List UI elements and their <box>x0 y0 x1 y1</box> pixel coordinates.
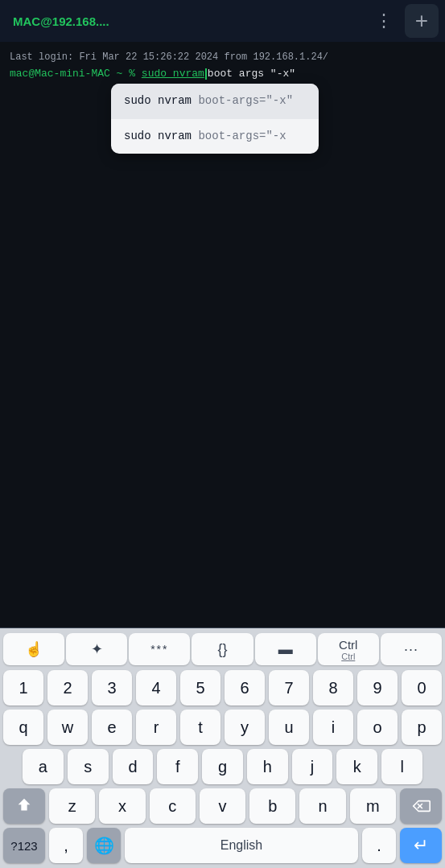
magic-key[interactable]: ✦ <box>66 633 127 665</box>
ctrl-label: Ctrl <box>339 638 357 652</box>
num-switch-label: ?123 <box>10 839 37 853</box>
key-1[interactable]: 1 <box>3 670 43 706</box>
key-w[interactable]: w <box>47 710 88 745</box>
ellipsis-vertical-icon: ⋮ <box>375 10 393 31</box>
return-key[interactable]: ↵ <box>400 828 442 863</box>
more-icon: ··· <box>404 641 418 658</box>
touch-icon: ☝ <box>25 642 43 656</box>
key-q[interactable]: q <box>3 710 43 745</box>
key-h[interactable]: h <box>247 749 288 784</box>
login-line: Last login: Fri Mar 22 15:26:22 2024 fro… <box>10 50 435 64</box>
key-v[interactable]: v <box>200 788 245 824</box>
comma-key[interactable]: , <box>49 828 83 863</box>
braces-icon: {} <box>217 642 227 656</box>
key-3[interactable]: 3 <box>92 670 132 706</box>
autocomplete-args-2: boot-args="-x <box>198 130 286 142</box>
command-suffix: boot args "-x" <box>208 66 295 82</box>
key-g[interactable]: g <box>202 749 243 784</box>
tab-title[interactable]: MAC@192.168.... <box>6 14 369 28</box>
zxcv-row: z x c v b n m <box>0 788 445 824</box>
key-7[interactable]: 7 <box>269 670 309 706</box>
key-u[interactable]: u <box>269 710 309 745</box>
space-key[interactable]: English <box>125 828 358 863</box>
zxcv-letters: z x c v b n m <box>49 788 396 824</box>
autocomplete-cmd-2: sudo nvram <box>124 130 198 142</box>
key-x[interactable]: x <box>99 788 145 824</box>
key-s[interactable]: s <box>68 749 109 784</box>
key-c[interactable]: c <box>150 788 196 824</box>
key-8[interactable]: 8 <box>313 670 353 706</box>
globe-icon: 🌐 <box>94 836 114 855</box>
return-icon: ↵ <box>414 835 428 856</box>
key-z[interactable]: z <box>49 788 95 824</box>
key-9[interactable]: 9 <box>357 670 398 706</box>
plus-icon: + <box>415 8 428 34</box>
comma-label: , <box>64 837 68 855</box>
special-keys-row: ☝ ✦ *** {} ▬ Ctrl Ctrl ··· <box>0 628 445 670</box>
period-label: . <box>377 837 381 855</box>
key-e[interactable]: e <box>92 710 132 745</box>
num-switch-key[interactable]: ?123 <box>3 828 45 863</box>
shift-key[interactable] <box>3 788 45 824</box>
rect-icon: ▬ <box>278 642 293 656</box>
autocomplete-cmd-1: sudo nvram <box>124 94 198 107</box>
key-5[interactable]: 5 <box>180 670 220 706</box>
key-6[interactable]: 6 <box>225 670 265 706</box>
ctrl-sublabel: Ctrl <box>341 652 355 661</box>
add-tab-button[interactable]: + <box>405 4 439 38</box>
keyboard-area: ☝ ✦ *** {} ▬ Ctrl Ctrl ··· 1 2 3 4 5 6 7… <box>0 628 445 868</box>
key-2[interactable]: 2 <box>47 670 88 706</box>
key-n[interactable]: n <box>299 788 345 824</box>
touch-key[interactable]: ☝ <box>3 633 64 665</box>
key-y[interactable]: y <box>225 710 265 745</box>
globe-key[interactable]: 🌐 <box>87 828 121 863</box>
more-key[interactable]: ··· <box>381 633 442 665</box>
command-prefix: sudo nvram <box>142 66 204 82</box>
autocomplete-args-1: boot-args="-x" <box>198 94 293 107</box>
bottom-row: ?123 , 🌐 English . ↵ <box>0 828 445 868</box>
key-t[interactable]: t <box>180 710 220 745</box>
space-label: English <box>220 838 262 853</box>
period-key[interactable]: . <box>362 828 396 863</box>
backspace-key[interactable] <box>400 788 442 824</box>
key-r[interactable]: r <box>136 710 176 745</box>
prompt-space <box>135 66 142 82</box>
autocomplete-item-2[interactable]: sudo nvram boot-args="-x <box>111 119 319 154</box>
key-l[interactable]: l <box>381 749 422 784</box>
terminal-container: MAC@192.168.... ⋮ + Last login: Fri Mar … <box>0 0 445 627</box>
key-m[interactable]: m <box>350 788 396 824</box>
autocomplete-item-1[interactable]: sudo nvram boot-args="-x" <box>111 84 319 119</box>
key-4[interactable]: 4 <box>136 670 176 706</box>
password-icon: *** <box>150 644 168 655</box>
rect-key[interactable]: ▬ <box>255 633 316 665</box>
tab-menu-button[interactable]: ⋮ <box>369 6 398 35</box>
magic-icon: ✦ <box>91 642 103 656</box>
qwerty-row: q w e r t y u i o p <box>0 710 445 745</box>
key-p[interactable]: p <box>402 710 442 745</box>
key-a[interactable]: a <box>23 749 64 784</box>
key-o[interactable]: o <box>357 710 398 745</box>
shift-icon <box>15 797 33 815</box>
braces-key[interactable]: {} <box>192 633 253 665</box>
key-j[interactable]: j <box>292 749 333 784</box>
asdf-row: a s d f g h j k l <box>0 749 445 784</box>
key-f[interactable]: f <box>157 749 198 784</box>
key-k[interactable]: k <box>336 749 377 784</box>
tab-bar: MAC@192.168.... ⋮ + <box>0 0 445 42</box>
key-0[interactable]: 0 <box>402 670 442 706</box>
password-key[interactable]: *** <box>129 633 190 665</box>
key-i[interactable]: i <box>313 710 353 745</box>
key-b[interactable]: b <box>249 788 295 824</box>
terminal-content: Last login: Fri Mar 22 15:26:22 2024 fro… <box>0 42 445 627</box>
prompt-line: mac@Mac-mini-MAC ~ % sudo nvram boot arg… <box>10 66 435 82</box>
cursor <box>205 68 207 80</box>
key-d[interactable]: d <box>113 749 154 784</box>
prompt-user: mac@Mac-mini-MAC ~ % <box>10 66 135 82</box>
number-row: 1 2 3 4 5 6 7 8 9 0 <box>0 670 445 706</box>
autocomplete-dropdown: sudo nvram boot-args="-x" sudo nvram boo… <box>111 84 319 154</box>
ctrl-key[interactable]: Ctrl Ctrl <box>318 633 379 665</box>
backspace-icon <box>411 799 431 813</box>
